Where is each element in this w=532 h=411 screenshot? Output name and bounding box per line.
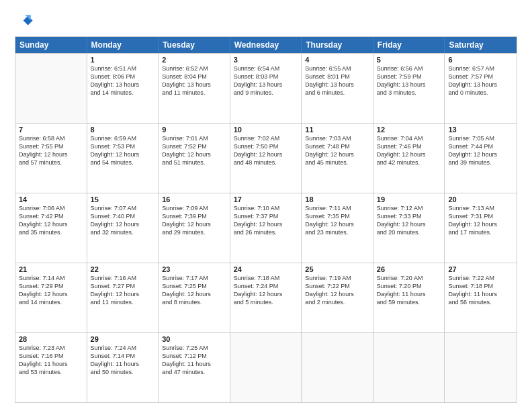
cell-info: Sunrise: 7:16 AM Sunset: 7:27 PM Dayligh… xyxy=(91,274,155,307)
calendar-cell: 29Sunrise: 7:24 AM Sunset: 7:14 PM Dayli… xyxy=(87,333,159,402)
logo xyxy=(15,12,36,31)
cell-date: 22 xyxy=(91,265,155,273)
calendar-cell: 28Sunrise: 7:23 AM Sunset: 7:16 PM Dayli… xyxy=(15,333,87,402)
cell-date: 4 xyxy=(305,56,369,64)
cell-info: Sunrise: 7:10 AM Sunset: 7:37 PM Dayligh… xyxy=(234,204,298,237)
cell-info: Sunrise: 7:13 AM Sunset: 7:31 PM Dayligh… xyxy=(448,204,513,237)
cell-date: 9 xyxy=(162,126,226,134)
calendar-cell: 14Sunrise: 7:06 AM Sunset: 7:42 PM Dayli… xyxy=(15,193,87,263)
calendar-cell: 12Sunrise: 7:04 AM Sunset: 7:46 PM Dayli… xyxy=(373,124,445,193)
cell-date: 23 xyxy=(162,265,226,273)
cell-date: 13 xyxy=(448,126,513,134)
cell-date: 8 xyxy=(91,126,155,134)
calendar-cell: 11Sunrise: 7:03 AM Sunset: 7:48 PM Dayli… xyxy=(302,124,373,193)
cell-info: Sunrise: 7:17 AM Sunset: 7:25 PM Dayligh… xyxy=(162,274,226,307)
calendar-cell xyxy=(15,54,87,123)
cell-info: Sunrise: 7:18 AM Sunset: 7:24 PM Dayligh… xyxy=(234,274,298,307)
cell-date: 5 xyxy=(377,56,441,64)
cell-info: Sunrise: 6:51 AM Sunset: 8:06 PM Dayligh… xyxy=(91,64,155,97)
cell-info: Sunrise: 7:03 AM Sunset: 7:48 PM Dayligh… xyxy=(305,134,369,167)
calendar-cell: 3Sunrise: 6:54 AM Sunset: 8:03 PM Daylig… xyxy=(230,54,302,123)
calendar-week: 28Sunrise: 7:23 AM Sunset: 7:16 PM Dayli… xyxy=(15,332,517,402)
calendar-cell: 23Sunrise: 7:17 AM Sunset: 7:25 PM Dayli… xyxy=(159,263,230,332)
cell-info: Sunrise: 7:23 AM Sunset: 7:16 PM Dayligh… xyxy=(19,344,83,377)
calendar-cell xyxy=(302,333,373,402)
calendar-cell xyxy=(230,333,302,402)
calendar-header-cell: Monday xyxy=(87,37,159,53)
cell-info: Sunrise: 7:06 AM Sunset: 7:42 PM Dayligh… xyxy=(19,204,83,237)
cell-info: Sunrise: 6:59 AM Sunset: 7:53 PM Dayligh… xyxy=(91,134,155,167)
cell-info: Sunrise: 7:04 AM Sunset: 7:46 PM Dayligh… xyxy=(377,134,441,167)
calendar-cell: 10Sunrise: 7:02 AM Sunset: 7:50 PM Dayli… xyxy=(230,124,302,193)
cell-info: Sunrise: 7:05 AM Sunset: 7:44 PM Dayligh… xyxy=(448,134,513,167)
calendar-cell xyxy=(373,333,445,402)
calendar-header-row: SundayMondayTuesdayWednesdayThursdayFrid… xyxy=(15,37,517,53)
cell-date: 24 xyxy=(234,265,298,273)
cell-date: 21 xyxy=(19,265,83,273)
calendar-cell: 17Sunrise: 7:10 AM Sunset: 7:37 PM Dayli… xyxy=(230,193,302,263)
cell-date: 10 xyxy=(234,126,298,134)
header xyxy=(15,12,517,31)
calendar-header-cell: Thursday xyxy=(302,37,373,53)
cell-date: 14 xyxy=(19,195,83,203)
calendar-cell xyxy=(445,333,517,402)
cell-date: 30 xyxy=(162,335,226,343)
cell-date: 27 xyxy=(448,265,513,273)
calendar-cell: 24Sunrise: 7:18 AM Sunset: 7:24 PM Dayli… xyxy=(230,263,302,332)
calendar-cell: 22Sunrise: 7:16 AM Sunset: 7:27 PM Dayli… xyxy=(87,263,159,332)
calendar-cell: 20Sunrise: 7:13 AM Sunset: 7:31 PM Dayli… xyxy=(445,193,517,263)
calendar-header-cell: Sunday xyxy=(15,37,87,53)
calendar-week: 1Sunrise: 6:51 AM Sunset: 8:06 PM Daylig… xyxy=(15,53,517,123)
calendar-cell: 16Sunrise: 7:09 AM Sunset: 7:39 PM Dayli… xyxy=(159,193,230,263)
cell-info: Sunrise: 7:12 AM Sunset: 7:33 PM Dayligh… xyxy=(377,204,441,237)
cell-date: 11 xyxy=(305,126,369,134)
cell-date: 25 xyxy=(305,265,369,273)
calendar-header-cell: Wednesday xyxy=(230,37,302,53)
calendar-cell: 7Sunrise: 6:58 AM Sunset: 7:55 PM Daylig… xyxy=(15,124,87,193)
cell-date: 16 xyxy=(162,195,226,203)
cell-date: 18 xyxy=(305,195,369,203)
page: SundayMondayTuesdayWednesdayThursdayFrid… xyxy=(0,0,532,411)
cell-date: 26 xyxy=(377,265,441,273)
cell-info: Sunrise: 6:56 AM Sunset: 7:59 PM Dayligh… xyxy=(377,64,441,97)
cell-info: Sunrise: 7:09 AM Sunset: 7:39 PM Dayligh… xyxy=(162,204,226,237)
calendar-header-cell: Friday xyxy=(373,37,445,53)
cell-date: 12 xyxy=(377,126,441,134)
cell-info: Sunrise: 7:11 AM Sunset: 7:35 PM Dayligh… xyxy=(305,204,369,237)
calendar: SundayMondayTuesdayWednesdayThursdayFrid… xyxy=(15,36,517,403)
cell-info: Sunrise: 7:25 AM Sunset: 7:12 PM Dayligh… xyxy=(162,344,226,377)
cell-info: Sunrise: 7:22 AM Sunset: 7:18 PM Dayligh… xyxy=(448,274,513,307)
calendar-cell: 5Sunrise: 6:56 AM Sunset: 7:59 PM Daylig… xyxy=(373,54,445,123)
calendar-cell: 21Sunrise: 7:14 AM Sunset: 7:29 PM Dayli… xyxy=(15,263,87,332)
calendar-header-cell: Tuesday xyxy=(159,37,230,53)
cell-info: Sunrise: 7:07 AM Sunset: 7:40 PM Dayligh… xyxy=(91,204,155,237)
cell-info: Sunrise: 7:19 AM Sunset: 7:22 PM Dayligh… xyxy=(305,274,369,307)
calendar-cell: 26Sunrise: 7:20 AM Sunset: 7:20 PM Dayli… xyxy=(373,263,445,332)
cell-date: 7 xyxy=(19,126,83,134)
calendar-header-cell: Saturday xyxy=(445,37,517,53)
calendar-week: 14Sunrise: 7:06 AM Sunset: 7:42 PM Dayli… xyxy=(15,193,517,263)
calendar-week: 7Sunrise: 6:58 AM Sunset: 7:55 PM Daylig… xyxy=(15,123,517,193)
logo-icon xyxy=(15,12,34,31)
calendar-cell: 1Sunrise: 6:51 AM Sunset: 8:06 PM Daylig… xyxy=(87,54,159,123)
cell-date: 20 xyxy=(448,195,513,203)
calendar-cell: 13Sunrise: 7:05 AM Sunset: 7:44 PM Dayli… xyxy=(445,124,517,193)
calendar-cell: 25Sunrise: 7:19 AM Sunset: 7:22 PM Dayli… xyxy=(302,263,373,332)
calendar-cell: 19Sunrise: 7:12 AM Sunset: 7:33 PM Dayli… xyxy=(373,193,445,263)
calendar-cell: 9Sunrise: 7:01 AM Sunset: 7:52 PM Daylig… xyxy=(159,124,230,193)
calendar-week: 21Sunrise: 7:14 AM Sunset: 7:29 PM Dayli… xyxy=(15,263,517,332)
calendar-cell: 18Sunrise: 7:11 AM Sunset: 7:35 PM Dayli… xyxy=(302,193,373,263)
cell-info: Sunrise: 6:52 AM Sunset: 8:04 PM Dayligh… xyxy=(162,64,226,97)
cell-date: 3 xyxy=(234,56,298,64)
cell-info: Sunrise: 7:01 AM Sunset: 7:52 PM Dayligh… xyxy=(162,134,226,167)
cell-date: 19 xyxy=(377,195,441,203)
calendar-cell: 27Sunrise: 7:22 AM Sunset: 7:18 PM Dayli… xyxy=(445,263,517,332)
cell-info: Sunrise: 6:55 AM Sunset: 8:01 PM Dayligh… xyxy=(305,64,369,97)
cell-info: Sunrise: 7:20 AM Sunset: 7:20 PM Dayligh… xyxy=(377,274,441,307)
calendar-cell: 30Sunrise: 7:25 AM Sunset: 7:12 PM Dayli… xyxy=(159,333,230,402)
calendar-cell: 8Sunrise: 6:59 AM Sunset: 7:53 PM Daylig… xyxy=(87,124,159,193)
cell-date: 6 xyxy=(448,56,513,64)
cell-info: Sunrise: 7:24 AM Sunset: 7:14 PM Dayligh… xyxy=(91,344,155,377)
cell-date: 15 xyxy=(91,195,155,203)
cell-info: Sunrise: 6:57 AM Sunset: 7:57 PM Dayligh… xyxy=(448,64,513,97)
